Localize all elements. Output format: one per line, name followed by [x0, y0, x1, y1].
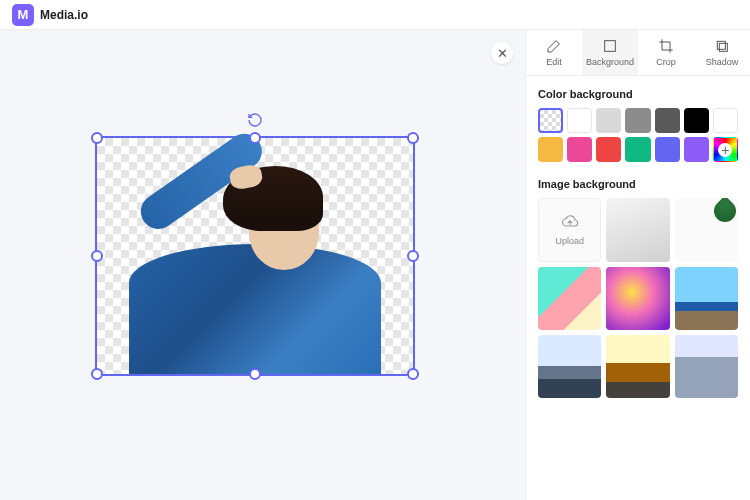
brand-name: Media.io [40, 8, 88, 22]
color-swatch-grid [538, 108, 738, 162]
tab-label: Crop [656, 57, 676, 67]
swatch-gray[interactable] [625, 108, 650, 133]
resize-handle-middle-left[interactable] [91, 250, 103, 262]
tab-background[interactable]: Background [582, 30, 638, 75]
cloud-upload-icon [561, 214, 579, 232]
resize-handle-top-left[interactable] [91, 132, 103, 144]
app-header: M Media.io [0, 0, 750, 30]
swatch-white[interactable] [567, 108, 592, 133]
bg-preset-street[interactable] [675, 335, 738, 398]
image-selection-frame[interactable] [95, 136, 415, 376]
swatch-blue[interactable] [655, 137, 680, 162]
bg-preset-mountains[interactable] [538, 335, 601, 398]
swatch-teal[interactable] [625, 137, 650, 162]
resize-handle-bottom-right[interactable] [407, 368, 419, 380]
brush-icon [546, 38, 562, 54]
close-button[interactable]: ✕ [491, 42, 513, 64]
square-icon [602, 38, 618, 54]
resize-handle-bottom-left[interactable] [91, 368, 103, 380]
color-picker-button[interactable] [713, 137, 738, 162]
brand-logo: M [12, 4, 34, 26]
resize-handle-bottom-middle[interactable] [249, 368, 261, 380]
workspace: ✕ Edit [0, 30, 750, 500]
resize-handle-top-middle[interactable] [249, 132, 261, 144]
tab-crop[interactable]: Crop [638, 30, 694, 75]
subject-image [97, 138, 413, 374]
tab-label: Shadow [706, 57, 739, 67]
bg-preset-sunset-road[interactable] [606, 335, 669, 398]
upload-label: Upload [555, 236, 584, 246]
right-sidebar: Edit Background Crop Shadow Color backgr… [525, 30, 750, 500]
svg-rect-2 [719, 43, 727, 51]
swatch-dark-gray[interactable] [655, 108, 680, 133]
swatch-pink[interactable] [567, 137, 592, 162]
bg-preset-leaves[interactable] [675, 198, 738, 261]
color-section-title: Color background [538, 88, 738, 100]
shadow-icon [714, 38, 730, 54]
rotate-handle[interactable] [247, 112, 263, 128]
swatch-transparent[interactable] [538, 108, 563, 133]
resize-handle-top-right[interactable] [407, 132, 419, 144]
tab-label: Edit [546, 57, 562, 67]
tool-tabs: Edit Background Crop Shadow [526, 30, 750, 76]
swatch-red[interactable] [596, 137, 621, 162]
canvas-area: ✕ [0, 30, 525, 500]
tab-edit[interactable]: Edit [526, 30, 582, 75]
swatch-black[interactable] [684, 108, 709, 133]
bg-preset-pastel-stripes[interactable] [538, 267, 601, 330]
image-background-grid: Upload [538, 198, 738, 398]
swatch-light-gray[interactable] [596, 108, 621, 133]
tab-label: Background [586, 57, 634, 67]
crop-icon [658, 38, 674, 54]
resize-handle-middle-right[interactable] [407, 250, 419, 262]
svg-rect-0 [605, 41, 616, 52]
background-panel: Color background Image background [526, 76, 750, 410]
svg-rect-1 [717, 41, 725, 49]
bg-preset-gradient-gray[interactable] [606, 198, 669, 261]
swatch-yellow[interactable] [538, 137, 563, 162]
swatch-purple[interactable] [684, 137, 709, 162]
image-section-title: Image background [538, 178, 738, 190]
bg-preset-bokeh[interactable] [606, 267, 669, 330]
bg-preset-coast[interactable] [675, 267, 738, 330]
tab-shadow[interactable]: Shadow [694, 30, 750, 75]
upload-background-button[interactable]: Upload [538, 198, 601, 261]
swatch-white-2[interactable] [713, 108, 738, 133]
